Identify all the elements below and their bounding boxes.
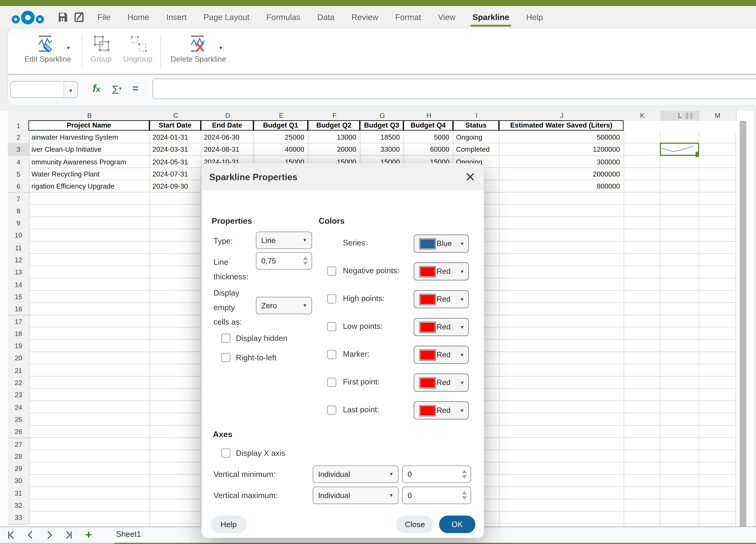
- cell-C2[interactable]: 2024-01-31: [151, 131, 199, 143]
- display-x-axis-checkbox[interactable]: [221, 448, 230, 458]
- row-header-10[interactable]: 10: [8, 230, 30, 242]
- menu-tab-page-layout[interactable]: Page Layout: [203, 6, 250, 28]
- row-header-4[interactable]: 4: [8, 156, 30, 169]
- first-point-color-select[interactable]: Red▼: [414, 373, 469, 392]
- cell-H3[interactable]: 60000: [405, 143, 451, 156]
- type-select[interactable]: Line▼: [256, 232, 312, 249]
- row-header-5[interactable]: 5: [8, 168, 30, 181]
- row-header-31[interactable]: 31: [8, 487, 30, 500]
- row-header-29[interactable]: 29: [8, 462, 30, 475]
- header-cell-B1[interactable]: Project Name: [28, 120, 149, 131]
- low-points-color-select[interactable]: Red▼: [414, 318, 469, 336]
- menu-tab-insert[interactable]: Insert: [166, 6, 187, 28]
- menu-tab-help[interactable]: Help: [526, 6, 544, 28]
- first-point-checkbox[interactable]: [327, 378, 336, 387]
- delete-sparkline-dropdown-caret[interactable]: ▼: [218, 45, 223, 51]
- row-header-33[interactable]: 33: [8, 511, 30, 524]
- cell-J6[interactable]: 800000: [500, 180, 622, 193]
- grid-vertical-scrollbar[interactable]: [740, 121, 746, 526]
- row-header-24[interactable]: 24: [8, 401, 30, 414]
- row-header-25[interactable]: 25: [8, 413, 30, 426]
- menu-tab-format[interactable]: Format: [395, 6, 422, 28]
- close-button[interactable]: Close: [396, 516, 434, 533]
- row-header-6[interactable]: 6: [8, 180, 30, 193]
- cell-F3[interactable]: 20000: [309, 143, 358, 156]
- header-cell-E1[interactable]: Budget Q1: [253, 120, 308, 131]
- empty-cells-select[interactable]: Zero▼: [256, 297, 312, 314]
- dialog-close-icon[interactable]: [466, 172, 475, 181]
- column-header-J[interactable]: J: [500, 111, 625, 121]
- cell-G2[interactable]: 18500: [361, 131, 402, 143]
- ungroup-button[interactable]: Ungroup: [120, 33, 156, 70]
- dialog-titlebar[interactable]: Sparkline Properties: [201, 163, 484, 191]
- cell-E3[interactable]: 40000: [255, 143, 306, 156]
- column-header-G[interactable]: G: [360, 111, 405, 121]
- row-header-18[interactable]: 18: [8, 327, 30, 340]
- row-header-26[interactable]: 26: [8, 426, 30, 438]
- header-cell-F1[interactable]: Budget Q2: [308, 120, 360, 131]
- row-header-27[interactable]: 27: [8, 438, 30, 451]
- cell-I3[interactable]: Completed: [454, 143, 497, 156]
- column-header-H[interactable]: H: [404, 111, 454, 121]
- row-header-20[interactable]: 20: [8, 352, 30, 365]
- column-header-M[interactable]: M: [699, 111, 737, 121]
- cell-B2[interactable]: ainwater Harvesting System: [30, 131, 148, 143]
- row-header-2[interactable]: 2: [8, 131, 30, 144]
- edit-sparkline-dropdown-caret[interactable]: ▼: [66, 45, 71, 51]
- cell-D3[interactable]: 2024-08-31: [202, 143, 252, 156]
- last-point-checkbox[interactable]: [327, 405, 336, 415]
- marker-color-select[interactable]: Red▼: [414, 346, 469, 364]
- row-header-16[interactable]: 16: [8, 303, 30, 316]
- series-color-select[interactable]: Blue▼: [414, 235, 469, 253]
- name-box[interactable]: ▼: [10, 81, 78, 98]
- cell-J3[interactable]: 1200000: [500, 143, 622, 156]
- row-header-15[interactable]: 15: [8, 291, 30, 303]
- display-hidden-checkbox[interactable]: [221, 334, 230, 343]
- cell-I2[interactable]: Ongoing: [454, 131, 497, 143]
- last-point-color-select[interactable]: Red▼: [414, 401, 469, 419]
- row-header-11[interactable]: 11: [8, 242, 30, 255]
- prev-sheet-icon[interactable]: [27, 531, 34, 539]
- menu-tab-sparkline[interactable]: Sparkline: [472, 6, 510, 28]
- negative-points-checkbox[interactable]: [327, 267, 336, 275]
- row-header-12[interactable]: 12: [8, 254, 30, 267]
- row-header-8[interactable]: 8: [8, 205, 30, 218]
- row-header-3[interactable]: 3: [8, 143, 30, 156]
- row-header-9[interactable]: 9: [8, 217, 30, 230]
- negative-points-color-select[interactable]: Red▼: [414, 262, 469, 280]
- cell-B4[interactable]: ommunity Awareness Program: [30, 156, 148, 168]
- add-sheet-icon[interactable]: +: [85, 527, 92, 542]
- column-header-I[interactable]: I: [454, 111, 500, 121]
- selection-fill-handle[interactable]: [696, 152, 699, 157]
- next-sheet-icon[interactable]: [46, 531, 53, 539]
- autosum-icon[interactable]: Σ▾: [112, 76, 121, 103]
- row-header-19[interactable]: 19: [8, 340, 30, 352]
- right-to-left-checkbox[interactable]: [221, 353, 230, 362]
- cell-C4[interactable]: 2024-05-31: [151, 156, 199, 168]
- function-wizard-icon[interactable]: fx: [93, 76, 100, 102]
- vertical-maximum-stepper[interactable]: 0: [402, 487, 471, 504]
- row-header-28[interactable]: 28: [8, 450, 30, 463]
- header-cell-D1[interactable]: End Date: [201, 120, 253, 131]
- marker-checkbox[interactable]: [327, 350, 336, 359]
- vertical-minimum-stepper[interactable]: 0: [402, 465, 471, 483]
- row-header-22[interactable]: 22: [8, 376, 30, 389]
- ok-button[interactable]: OK: [439, 516, 475, 533]
- low-points-checkbox[interactable]: [327, 322, 336, 331]
- first-sheet-icon[interactable]: [7, 531, 16, 539]
- menu-tab-review[interactable]: Review: [351, 6, 379, 28]
- cell-C3[interactable]: 2024-03-31: [151, 143, 199, 156]
- high-points-checkbox[interactable]: [327, 294, 336, 303]
- formula-input[interactable]: [152, 79, 756, 99]
- cell-C6[interactable]: 2024-09-30: [151, 180, 199, 193]
- header-cell-C1[interactable]: Start Date: [149, 120, 201, 131]
- row-header-1[interactable]: 1: [8, 121, 30, 132]
- vertical-maximum-select[interactable]: Individual▼: [313, 487, 399, 504]
- column-header-D[interactable]: D: [201, 111, 255, 121]
- header-cell-H1[interactable]: Budget Q4: [403, 120, 453, 131]
- equals-icon[interactable]: =: [132, 76, 138, 102]
- header-cell-G1[interactable]: Budget Q3: [360, 120, 403, 131]
- column-header-K[interactable]: K: [624, 111, 661, 121]
- cell-J4[interactable]: 300000: [500, 156, 622, 168]
- selected-cell-L3[interactable]: [660, 143, 699, 156]
